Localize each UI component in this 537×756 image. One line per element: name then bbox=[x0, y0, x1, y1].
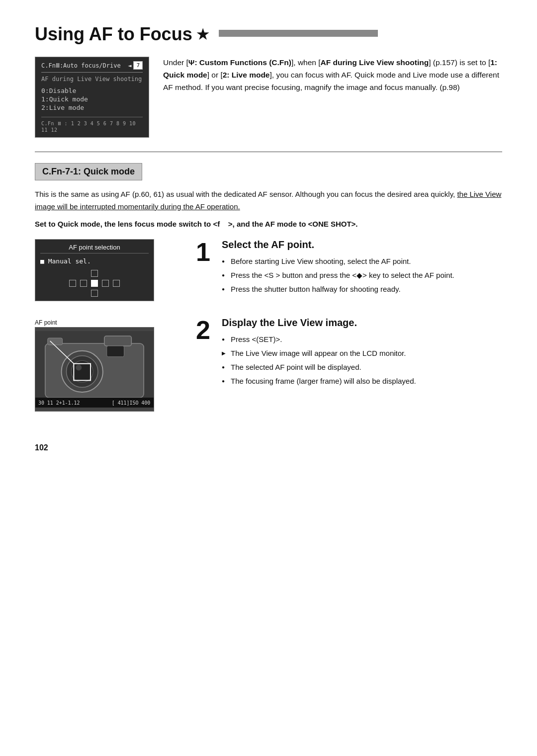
title-text: Using AF to Focus bbox=[35, 24, 192, 45]
step-2: AF point bbox=[35, 317, 502, 412]
step-2-bullet-4: The focusing frame (larger frame) will a… bbox=[222, 375, 502, 387]
custom-fn-icon: Ψ: Custom Functions (C.Fn) bbox=[188, 58, 291, 67]
menu-item-1: 1:Quick mode bbox=[41, 95, 143, 103]
af-point-selection-title: AF point selection bbox=[40, 244, 149, 253]
menu-footer-text: C.Fn Ⅲ : 1 2 3 4 5 6 7 8 9 10 11 12 bbox=[41, 121, 136, 133]
af-grid bbox=[40, 270, 149, 297]
svg-text:[ 411]ISO 400: [ 411]ISO 400 bbox=[112, 400, 151, 406]
af-manual-sel-label: ■ Manual sel. bbox=[40, 257, 149, 265]
step-1-bullet-1: Before starting Live View shooting, sele… bbox=[222, 255, 502, 267]
section-divider bbox=[35, 152, 502, 152]
body-text-1: This is the same as using AF (p.60, 61) … bbox=[35, 188, 502, 213]
menu-box: C.FnⅢ:Auto focus/Drive ◄ 7 AF during Liv… bbox=[35, 57, 149, 138]
title-bar bbox=[219, 30, 378, 37]
step-2-bullet-1: Press <(SET)>. bbox=[222, 334, 502, 345]
menu-sub-label: AF during Live View shooting bbox=[41, 76, 143, 83]
step-2-bullet-3: The selected AF point will be displayed. bbox=[222, 361, 502, 373]
af-sq-bottom bbox=[91, 290, 98, 297]
page-title: Using AF to Focus★ bbox=[35, 24, 502, 45]
step-1-number: 1 bbox=[196, 239, 214, 265]
af-point-label: AF point bbox=[35, 319, 184, 326]
step-2-bullets: Press <(SET)>. The Live View image will … bbox=[222, 334, 502, 387]
af-sq-mr1 bbox=[102, 280, 109, 287]
step-2-bullet-2: The Live View image will appear on the L… bbox=[222, 347, 502, 359]
step-1-bullet-2: Press the <S > button and press the <◆> … bbox=[222, 269, 502, 281]
menu-arrow: ◄ bbox=[128, 62, 131, 69]
menu-item-2: 2:Live mode bbox=[41, 103, 143, 112]
af-live-view-bold: AF during Live View shooting bbox=[321, 58, 429, 67]
svg-rect-8 bbox=[107, 346, 124, 357]
af-sq-ml bbox=[69, 280, 76, 287]
live-mode-bold: 2: Live mode bbox=[223, 71, 270, 79]
svg-rect-2 bbox=[104, 336, 132, 346]
af-sq-top bbox=[91, 270, 98, 277]
svg-text:30  11  2+1-1.12: 30 11 2+1-1.12 bbox=[38, 400, 80, 406]
step-1-bullet-3: Press the shutter button halfway for sho… bbox=[222, 283, 502, 295]
star-icon: ★ bbox=[196, 26, 209, 43]
svg-point-7 bbox=[76, 365, 82, 371]
camera-image-area: 30 11 2+1-1.12 [ 411]ISO 400 bbox=[35, 327, 154, 412]
menu-header-left: C.FnⅢ:Auto focus/Drive bbox=[41, 62, 121, 69]
af-sq-center bbox=[91, 280, 98, 287]
page-number: 102 bbox=[35, 443, 502, 452]
steps-section: AF point selection ■ Manual sel. bbox=[35, 239, 502, 423]
step-1-bullets: Before starting Live View shooting, sele… bbox=[222, 255, 502, 295]
menu-tab-selected: 7 bbox=[133, 61, 143, 70]
section-heading: C.Fn-7-1: Quick mode bbox=[35, 163, 142, 180]
step-1-title: Select the AF point. bbox=[222, 239, 502, 251]
step-2-title: Display the Live View image. bbox=[222, 317, 502, 329]
af-point-selection-box: AF point selection ■ Manual sel. bbox=[35, 239, 154, 301]
top-description: Under [Ψ: Custom Functions (C.Fn)], when… bbox=[163, 57, 502, 138]
menu-item-0: 0:Disable bbox=[41, 86, 143, 95]
camera-svg: 30 11 2+1-1.12 [ 411]ISO 400 bbox=[35, 327, 154, 412]
step-1: AF point selection ■ Manual sel. bbox=[35, 239, 502, 305]
af-sq-mr2 bbox=[113, 280, 120, 287]
svg-rect-3 bbox=[48, 338, 63, 345]
step-2-number: 2 bbox=[196, 317, 214, 343]
bold-instruction: Set to Quick mode, the lens focus mode s… bbox=[35, 218, 502, 231]
af-sq-ml2 bbox=[80, 280, 87, 287]
